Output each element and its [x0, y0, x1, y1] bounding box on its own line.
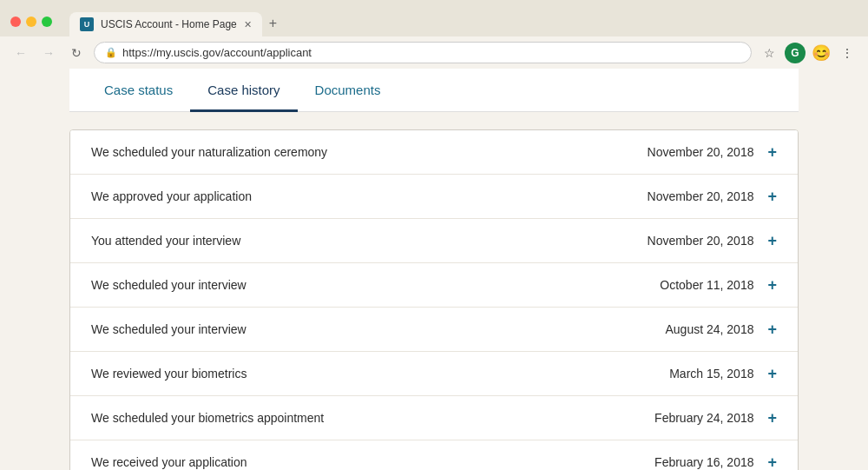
page-content: Case status Case history Documents We sc… — [0, 69, 868, 470]
google-profile-icon[interactable]: G — [785, 43, 806, 63]
history-item-right: February 24, 2018 + — [654, 410, 777, 426]
expand-button[interactable]: + — [767, 410, 777, 426]
history-event-text: We received your application — [91, 455, 247, 469]
history-item: You attended your interview November 20,… — [70, 219, 798, 263]
title-bar: U USCIS Account - Home Page ✕ + — [0, 0, 868, 36]
history-event-text: We approved your application — [91, 189, 252, 203]
window-controls — [10, 17, 52, 27]
minimize-button[interactable] — [26, 17, 36, 27]
tab-bar: U USCIS Account - Home Page ✕ + — [59, 10, 858, 36]
menu-icon[interactable]: ⋮ — [837, 43, 858, 63]
history-item-right: November 20, 2018 + — [648, 144, 777, 160]
history-date: February 16, 2018 — [654, 455, 753, 469]
history-event-text: We scheduled your biometrics appointment — [91, 411, 324, 425]
address-field[interactable]: 🔒 https://my.uscis.gov/account/applicant — [94, 42, 752, 63]
history-item: We approved your application November 20… — [70, 175, 798, 219]
expand-button[interactable]: + — [767, 189, 777, 204]
user-avatar-icon[interactable]: 😊 — [811, 43, 832, 63]
expand-button[interactable]: + — [767, 366, 777, 381]
history-item-right: March 15, 2018 + — [669, 366, 777, 381]
star-icon[interactable]: ☆ — [759, 43, 779, 63]
history-event-text: We scheduled your naturalization ceremon… — [91, 145, 327, 159]
close-button[interactable] — [10, 17, 21, 27]
history-date: March 15, 2018 — [669, 367, 753, 381]
page-wrapper: Case status Case history Documents We sc… — [0, 69, 868, 470]
history-date: August 24, 2018 — [666, 322, 754, 336]
history-date: November 20, 2018 — [648, 189, 754, 203]
history-item-right: August 24, 2018 + — [666, 321, 778, 337]
history-event-text: We scheduled your interview — [91, 278, 247, 292]
tab-title-text: USCIS Account - Home Page — [101, 18, 237, 30]
history-date: February 24, 2018 — [654, 411, 753, 425]
history-item: We scheduled your naturalization ceremon… — [70, 130, 798, 175]
history-item-right: November 20, 2018 + — [648, 233, 777, 248]
history-event-text: You attended your interview — [91, 234, 240, 248]
history-event-text: We reviewed your biometrics — [91, 367, 247, 381]
tab-favicon: U — [80, 17, 94, 31]
history-date: October 11, 2018 — [660, 278, 753, 292]
tab-case-status[interactable]: Case status — [87, 69, 190, 112]
tab-close-icon[interactable]: ✕ — [244, 19, 252, 30]
toolbar-right: ☆ G 😊 ⋮ — [759, 43, 858, 63]
history-event-text: We scheduled your interview — [91, 322, 247, 336]
history-item-right: October 11, 2018 + — [660, 277, 777, 293]
expand-button[interactable]: + — [767, 321, 777, 337]
expand-button[interactable]: + — [767, 277, 777, 293]
browser-chrome: U USCIS Account - Home Page ✕ + ← → ↻ 🔒 … — [0, 0, 868, 69]
history-item-right: November 20, 2018 + — [648, 189, 777, 204]
url-text: https://my.uscis.gov/account/applicant — [122, 46, 312, 59]
history-item: We scheduled your interview October 11, … — [70, 263, 798, 308]
maximize-button[interactable] — [42, 17, 52, 27]
address-bar-row: ← → ↻ 🔒 https://my.uscis.gov/account/app… — [0, 36, 868, 69]
case-history-container: We scheduled your naturalization ceremon… — [69, 129, 799, 470]
history-item: We scheduled your interview August 24, 2… — [70, 308, 798, 352]
new-tab-button[interactable]: + — [262, 10, 284, 36]
lock-icon: 🔒 — [105, 47, 117, 58]
browser-tab[interactable]: U USCIS Account - Home Page ✕ — [69, 12, 262, 36]
history-item-right: February 16, 2018 + — [654, 454, 777, 470]
expand-button[interactable]: + — [767, 233, 777, 248]
back-button[interactable]: ← — [10, 43, 31, 63]
history-item: We reviewed your biometrics March 15, 20… — [70, 352, 798, 396]
history-date: November 20, 2018 — [648, 234, 754, 248]
forward-button[interactable]: → — [38, 43, 59, 63]
tab-case-history[interactable]: Case history — [190, 69, 297, 112]
tab-navigation: Case status Case history Documents — [69, 69, 799, 112]
history-item: We scheduled your biometrics appointment… — [70, 396, 798, 440]
expand-button[interactable]: + — [767, 454, 777, 470]
tab-documents[interactable]: Documents — [298, 69, 398, 112]
history-item: We received your application February 16… — [70, 440, 798, 470]
expand-button[interactable]: + — [767, 144, 777, 160]
reload-button[interactable]: ↻ — [66, 43, 87, 63]
history-date: November 20, 2018 — [648, 145, 754, 159]
